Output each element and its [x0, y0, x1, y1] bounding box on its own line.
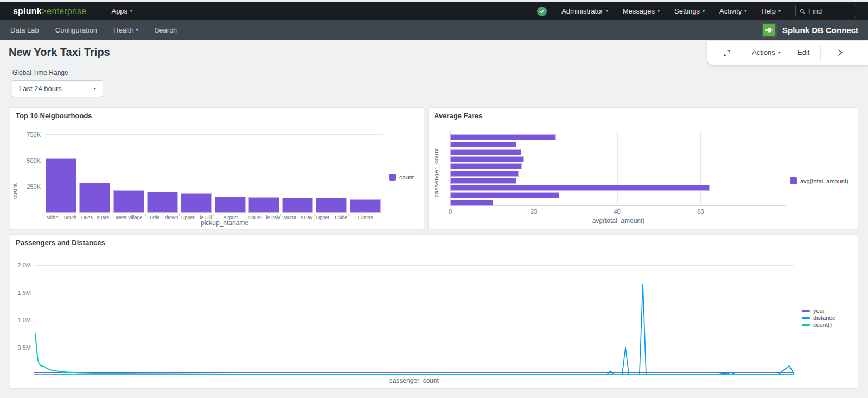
logo-gt: >	[42, 7, 47, 16]
bar-7[interactable]	[282, 198, 313, 213]
y-axis-title: passenger_count	[433, 141, 439, 198]
bar-0[interactable]	[46, 158, 76, 213]
x-tick-label: 0	[442, 208, 458, 215]
menu-label: Settings	[674, 7, 700, 15]
y-axis-title: count	[11, 145, 18, 199]
axis-tick	[348, 214, 349, 216]
time-range-label: Global Time Range	[12, 69, 68, 76]
legend-label: distance	[813, 314, 835, 321]
axis-tick	[112, 214, 112, 216]
splunk-logo[interactable]: splunk>enterprise	[13, 7, 86, 16]
legend-swatch	[802, 310, 810, 312]
series-distance	[34, 284, 794, 374]
legend-item: count	[389, 174, 414, 181]
chevron-down-icon: ▾	[136, 28, 138, 33]
bar-5[interactable]	[215, 197, 246, 213]
y-tick-label: 250K	[22, 183, 41, 190]
bar-3[interactable]	[147, 192, 178, 213]
apps-label: Apps	[111, 7, 127, 15]
nav-health[interactable]: Health ▾	[113, 26, 138, 34]
nav-label: Configuration	[55, 26, 97, 34]
chart-top10-plot[interactable]: 250K500K750KMidto... SouthHuds...quareWe…	[10, 108, 424, 229]
find-input[interactable]	[808, 7, 852, 15]
y-tick-label: 0.5M	[12, 344, 31, 351]
legend-item: count()	[802, 322, 835, 328]
bar-0[interactable]	[450, 134, 556, 140]
health-status-icon[interactable]	[537, 7, 547, 16]
menu-help[interactable]: Help▾	[761, 7, 781, 15]
panel-average-fares: Average Fares 0204060 passenger_count av…	[428, 107, 858, 229]
x-axis-line	[450, 205, 786, 206]
dashboard-action-bar: Actions ▾ Edit	[707, 41, 868, 65]
nav-data-lab[interactable]: Data Lab	[10, 26, 39, 34]
nav-label: Search	[155, 26, 177, 34]
menu-administrator[interactable]: Administrator▾	[561, 7, 608, 15]
x-category-label: Clinton	[348, 215, 383, 220]
bar-5[interactable]	[450, 171, 519, 177]
find-search-box[interactable]	[795, 5, 856, 17]
divider	[820, 45, 821, 61]
legend-swatch	[802, 317, 810, 319]
chart-legend: yeardistancecount()	[802, 307, 835, 328]
time-range-dropdown[interactable]: Last 24 hours ▾	[12, 80, 103, 97]
nav-label: Data Lab	[10, 26, 39, 34]
bar-4[interactable]	[450, 163, 522, 169]
topnav-right: Administrator▾ Messages▾ Settings▾ Activ…	[537, 5, 868, 17]
nav-search[interactable]: Search	[155, 26, 177, 34]
chart-passengers-plot[interactable]: 0.5M1.0M1.5M2.0M	[10, 235, 858, 388]
bar-8[interactable]	[450, 192, 559, 198]
nav-label: Health	[113, 26, 134, 34]
edit-button[interactable]: Edit	[797, 48, 809, 56]
fullscreen-icon[interactable]	[723, 49, 731, 60]
menu-settings[interactable]: Settings▾	[674, 7, 705, 15]
chevron-down-icon: ▾	[703, 9, 705, 14]
axis-tick	[280, 214, 281, 216]
legend-swatch	[790, 177, 797, 184]
axis-tick	[78, 214, 78, 216]
series-count	[35, 333, 794, 374]
plug-icon	[763, 24, 775, 36]
gridline	[700, 131, 701, 205]
bar-6[interactable]	[248, 197, 279, 213]
menu-activity[interactable]: Activity▾	[719, 7, 746, 15]
legend-label: avg(total_amount)	[800, 178, 848, 184]
gridline	[784, 131, 784, 205]
legend-label: year	[813, 307, 825, 314]
bar-2[interactable]	[450, 149, 521, 155]
apps-menu[interactable]: Apps ▾	[111, 7, 132, 15]
chart-fares-plot[interactable]: 0204060	[429, 108, 858, 229]
x-tick-label: 20	[526, 208, 542, 215]
axis-tick	[213, 214, 214, 216]
panel-top10-neighbourhoods: Top 10 Neigbourhoods 250K500K750KMidto..…	[10, 107, 424, 229]
legend-swatch	[389, 174, 396, 181]
bar-4[interactable]	[181, 193, 212, 213]
line-chart-canvas[interactable]	[34, 249, 794, 376]
x-category-label: West Village	[112, 215, 146, 220]
bar-8[interactable]	[316, 198, 347, 213]
bar-7[interactable]	[450, 185, 710, 191]
nav-configuration[interactable]: Configuration	[55, 26, 97, 34]
bar-9[interactable]	[450, 200, 493, 206]
bar-1[interactable]	[79, 183, 110, 213]
x-category-label: Upper ...t Side	[314, 215, 349, 220]
bar-3[interactable]	[450, 156, 524, 162]
chevron-right-icon[interactable]	[837, 48, 844, 59]
legend-item: distance	[802, 314, 835, 321]
y-tick-label: 750K	[22, 131, 41, 138]
legend-label: count()	[813, 322, 832, 328]
bar-6[interactable]	[450, 178, 516, 184]
check-icon	[539, 8, 545, 14]
actions-button[interactable]: Actions ▾	[752, 48, 781, 56]
menu-label: Messages	[623, 7, 655, 15]
x-tick-label: 40	[609, 208, 626, 215]
bar-9[interactable]	[350, 199, 381, 213]
axis-tick	[382, 214, 382, 216]
bar-1[interactable]	[450, 142, 516, 147]
app-identity: Splunk DB Connect	[762, 23, 868, 38]
menu-label: Activity	[719, 7, 742, 15]
bar-2[interactable]	[113, 190, 144, 213]
x-axis-title: avg(total_amount)	[542, 217, 694, 224]
legend-label: count	[399, 174, 414, 181]
x-axis-title: pickup_ntaname	[149, 219, 301, 227]
menu-messages[interactable]: Messages▾	[623, 7, 660, 15]
